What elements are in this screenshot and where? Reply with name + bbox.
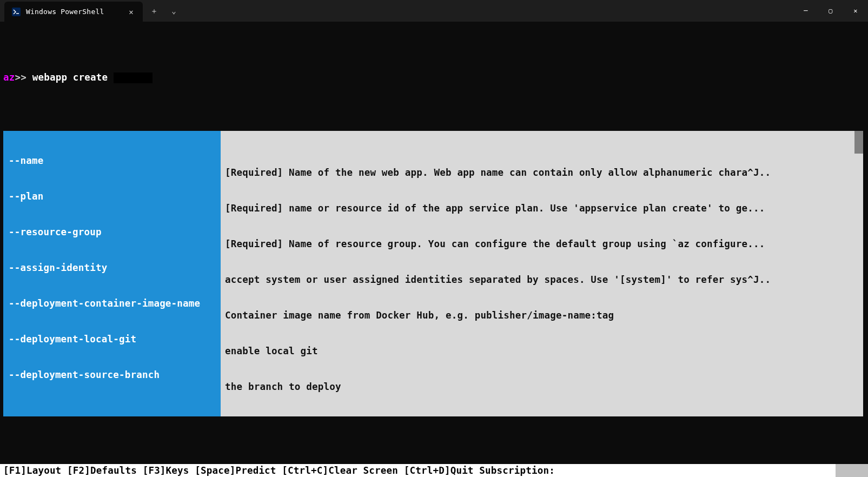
powershell-icon [12,8,21,16]
param-desc: [Required] name or resource id of the ap… [225,202,859,214]
param-desc: Container image name from Docker Hub, e.… [225,309,859,321]
tab-powershell[interactable]: Windows PowerShell ✕ [4,2,143,22]
bottom-scrollbar[interactable] [836,464,868,477]
minimize-icon[interactable]: ─ [793,0,818,22]
autocomplete-params[interactable]: --name --plan --resource-group --assign-… [3,131,221,416]
autocomplete-dropdown[interactable]: --name --plan --resource-group --assign-… [3,131,863,416]
bottom-status-bar: [F1]Layout [F2]Defaults [F3]Keys [Space]… [0,464,868,477]
param-option[interactable]: --resource-group [9,226,215,238]
param-option[interactable]: --name [9,155,215,167]
tab-title: Windows PowerShell [26,6,104,18]
close-window-icon[interactable]: ✕ [843,0,868,22]
command-input[interactable]: webapp create [32,72,114,83]
window-controls: ─ ▢ ✕ [793,0,868,22]
param-desc: [Required] Name of the new web app. Web … [225,167,859,178]
tab-dropdown-icon[interactable]: ⌄ [165,3,182,19]
param-desc: accept system or user assigned identitie… [225,274,859,286]
maximize-icon[interactable]: ▢ [818,0,843,22]
terminal[interactable]: az>> webapp create --name --plan --resou… [0,22,868,477]
autocomplete-scrollbar[interactable] [854,131,863,154]
bottom-bar-text: [F1]Layout [F2]Defaults [F3]Keys [Space]… [3,465,555,476]
param-desc: [Required] Name of resource group. You c… [225,238,859,250]
cursor [114,72,153,83]
close-tab-icon[interactable]: ✕ [125,6,136,17]
param-option[interactable]: --plan [9,190,215,202]
titlebar: Windows PowerShell ✕ ＋ ⌄ ─ ▢ ✕ [0,0,868,22]
param-option[interactable]: --deployment-local-git [9,333,215,345]
new-tab-button[interactable]: ＋ [146,3,162,19]
prompt-arrows: >> [15,72,32,83]
param-option[interactable]: --deployment-container-image-name [9,297,215,309]
param-option[interactable]: --assign-identity [9,262,215,274]
prompt-line[interactable]: az>> webapp create [3,71,865,83]
autocomplete-descs: [Required] Name of the new web app. Web … [221,131,863,416]
param-desc: enable local git [225,345,859,357]
prompt-prefix: az [3,72,15,83]
param-desc: the branch to deploy [225,381,859,393]
param-option[interactable]: --deployment-source-branch [9,369,215,381]
